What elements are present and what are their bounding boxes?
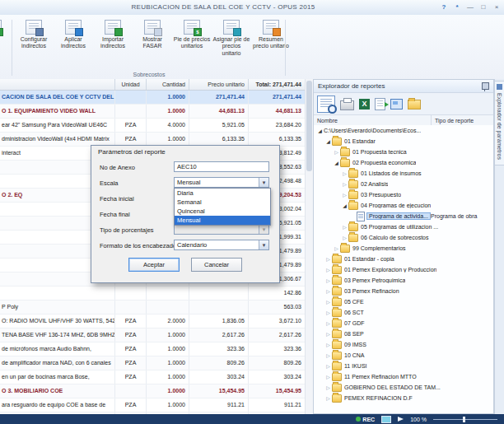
options-icon[interactable]: * <box>452 2 462 12</box>
tree-item[interactable]: Programa de activida...Programa de obra <box>314 211 493 221</box>
ribbon-button[interactable]: Aplicar indirectos <box>54 18 92 57</box>
grid-header-cell[interactable]: Precio unitario <box>189 79 249 90</box>
dropdown-option[interactable]: Diaria <box>175 189 270 198</box>
collapsed-arrow-icon[interactable] <box>324 384 332 390</box>
tree-item[interactable]: 09 IMSS <box>314 339 493 350</box>
ribbon-button[interactable]: Importar indirectos <box>94 18 132 57</box>
tree-item[interactable]: 05 CFE <box>314 296 493 307</box>
ribbon-button[interactable]: Configurar indirectos <box>15 18 53 57</box>
combo-box[interactable]: Calendario <box>174 240 269 250</box>
collapsed-arrow-icon[interactable] <box>333 149 340 155</box>
collapsed-arrow-icon[interactable] <box>324 277 332 283</box>
excel-export-icon[interactable] <box>359 99 370 109</box>
ribbon-button-partial[interactable]: o en cto <box>0 20 12 48</box>
collapsed-arrow-icon[interactable] <box>324 267 332 273</box>
help-icon[interactable]: ? <box>439 2 449 12</box>
collapsed-arrow-icon[interactable] <box>324 395 332 401</box>
grid-header-cell[interactable]: Total: 271,471.44 <box>249 79 305 90</box>
table-row[interactable]: O: RADIO MOVIL UHF/VHF 30 WATTS, 542PZA2… <box>0 315 305 328</box>
minimize-icon[interactable]: — <box>465 2 475 12</box>
collapsed-arrow-icon[interactable] <box>341 192 348 198</box>
zoom-slider-thumb[interactable] <box>463 417 465 422</box>
collapsed-arrow-icon[interactable] <box>324 320 332 326</box>
collapsed-arrow-icon[interactable] <box>324 310 332 315</box>
table-row[interactable]: de amplificador marca NAD, con 6 canales… <box>0 356 305 370</box>
dropdown-option[interactable]: Mensual <box>175 216 270 225</box>
collapsed-arrow-icon[interactable] <box>324 342 332 347</box>
tree-item[interactable]: 02 Propuesta economica <box>314 157 493 168</box>
collapsed-arrow-icon[interactable] <box>324 363 332 369</box>
tree-item[interactable]: 03 Pemex Petroquimica <box>314 275 493 286</box>
tree-item[interactable]: 08 SEP <box>314 328 493 339</box>
table-row[interactable]: de micrófonos marca Audio Bahnn,PZA1.000… <box>0 342 305 356</box>
combo-box[interactable]: Mensual <box>174 177 269 188</box>
grid-header-cell[interactable]: Unidad <box>115 79 147 90</box>
tree-item[interactable]: 99 Complementarios <box>314 243 493 254</box>
aceptar-button[interactable]: Aceptar <box>128 258 180 272</box>
collapsed-arrow-icon[interactable] <box>324 331 332 337</box>
grid-scrollbar-thumb[interactable] <box>306 81 312 171</box>
pin-icon[interactable] <box>482 82 489 90</box>
tree-item[interactable]: 01 Listados de insumos <box>314 168 493 179</box>
tree-item[interactable]: 01 Pemex Exploracion y Produccion <box>314 264 493 275</box>
rec-indicator[interactable]: REC <box>356 417 375 422</box>
tree-item[interactable]: 07 GDF <box>314 318 493 328</box>
table-row[interactable]: ear 42" Samsung Para VideoWall UE46CPZA4… <box>0 119 305 133</box>
tree-item[interactable]: 10 CNA <box>314 350 493 361</box>
tree-item[interactable]: 06 Calculo de sobrecostos <box>314 232 493 243</box>
collapsed-arrow-icon[interactable] <box>341 224 348 230</box>
tree-item[interactable]: 06 SCT <box>314 307 493 318</box>
table-row[interactable]: CACION DE SALA DEL COE Y CCTV DEL1.00002… <box>0 91 305 105</box>
open-folder-icon[interactable] <box>408 100 421 109</box>
collapsed-arrow-icon[interactable] <box>324 374 332 380</box>
table-row[interactable]: O 3. MOBILIARIO COE1.000015,454.9515,454… <box>0 384 305 398</box>
table-row[interactable]: O 1. EQUIPAMIENTO VIDEO WALL1.000044,681… <box>0 105 305 119</box>
monitor-icon[interactable] <box>381 416 391 423</box>
tree-item[interactable]: 01 Estandar <box>314 136 493 147</box>
close-icon[interactable]: × <box>492 2 502 12</box>
table-row[interactable]: en un par de bocinas marca Bose,PZA1.000… <box>0 370 305 384</box>
collapsed-arrow-icon[interactable] <box>324 299 332 305</box>
tree-item[interactable]: PEMEX REFINACION D.F <box>314 393 493 403</box>
grid-scrollbar[interactable] <box>305 79 313 414</box>
expanded-arrow-icon[interactable] <box>333 160 340 165</box>
tree-item[interactable]: C:\Users\Everardo\Documents\Ecos... <box>314 125 493 136</box>
grid-header-cell[interactable]: Cantidad <box>147 79 189 90</box>
grid-header-cell[interactable] <box>0 79 115 90</box>
ribbon-button[interactable]: Asignar pie de precios unitario <box>212 18 250 57</box>
ribbon-button[interactable]: Mostrar FASAR <box>133 18 171 57</box>
tree-item[interactable]: 03 Presupuesto <box>314 189 493 200</box>
collapsed-arrow-icon[interactable] <box>333 245 340 251</box>
expanded-arrow-icon[interactable] <box>316 128 324 133</box>
tree-item[interactable]: 03 Pemex Refinacion <box>314 286 493 296</box>
table-row[interactable]: ara resguardo de equipo COE a base dePZA… <box>0 398 305 412</box>
tree-item[interactable]: 04 Programas de ejecucion <box>314 200 493 211</box>
collapsed-arrow-icon[interactable] <box>341 235 348 240</box>
tree-item[interactable]: 11 Pemex Refinacion MTTO <box>314 371 493 382</box>
tree-item[interactable]: 02 Analisis <box>314 179 493 189</box>
tree-item[interactable]: 01 Estandar - copia <box>314 254 493 264</box>
preview-icon[interactable] <box>317 96 335 113</box>
expanded-arrow-icon[interactable] <box>324 138 332 144</box>
zoom-slider[interactable] <box>433 416 497 423</box>
parameters-explorer-tab[interactable]: Explorador de parámetros <box>495 81 504 165</box>
ribbon-button[interactable]: Pie de precios unitarios <box>173 18 211 57</box>
expanded-arrow-icon[interactable] <box>341 203 348 208</box>
table-row[interactable]: P Poly563.03 <box>0 301 305 315</box>
print-icon[interactable] <box>340 100 354 110</box>
dropdown-option[interactable]: Quincenal <box>175 207 270 216</box>
collapsed-arrow-icon[interactable] <box>341 181 348 187</box>
refresh-icon[interactable] <box>390 99 403 109</box>
table-row[interactable]: TENA BASE VHF 136-174 MHZ, 6DB 9MHZ,PZA1… <box>0 328 305 342</box>
restore-icon[interactable]: □ <box>478 2 488 12</box>
collapsed-arrow-icon[interactable] <box>324 288 332 294</box>
text-input[interactable]: AEC10 <box>174 161 269 172</box>
flag-icon[interactable] <box>398 417 404 422</box>
tree-item[interactable]: 05 Programas de utilizacion ... <box>314 221 493 232</box>
tree-item[interactable]: GOBIERNO DEL ESTADO DE TAM... <box>314 382 493 393</box>
table-row[interactable]: 142.86 <box>0 287 305 301</box>
collapsed-arrow-icon[interactable] <box>324 352 332 358</box>
tree-item[interactable]: 11 IKUSI <box>314 361 493 371</box>
dropdown-option[interactable]: Semanal <box>175 198 270 207</box>
export-report-icon[interactable] <box>375 98 385 110</box>
